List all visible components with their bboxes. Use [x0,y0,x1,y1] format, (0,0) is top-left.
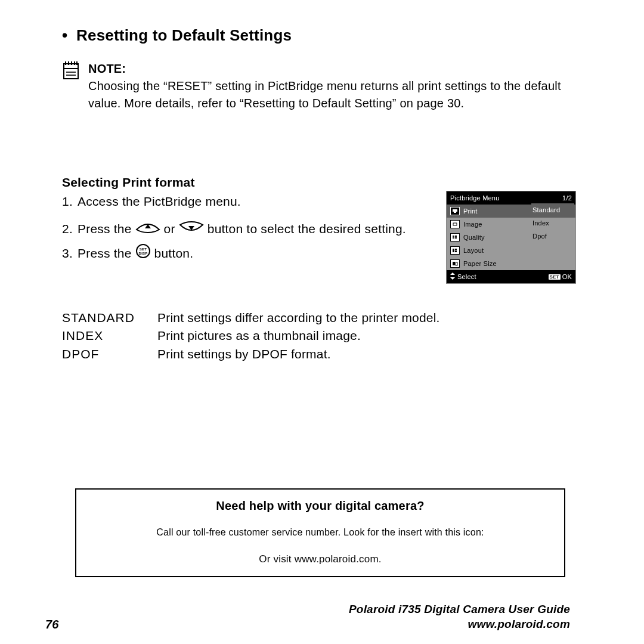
lcd-screenshot: Pictbridge Menu 1/2 Print Image Quality … [446,190,576,284]
lcd-footer-ok: OK [562,273,572,280]
svg-rect-15 [454,212,456,213]
svg-rect-14 [453,209,457,212]
lcd-title: Pictbridge Menu [450,194,500,202]
page-number: 76 [45,618,59,631]
def-val: Print settings by DPOF format. [157,345,576,363]
quality-icon [450,233,460,242]
svg-rect-17 [453,236,454,237]
lcd-item: Layout [463,247,484,254]
svg-rect-23 [455,250,457,252]
svg-point-11 [137,244,150,258]
definitions: STANDARDPrint settings differ according … [62,309,576,363]
notepad-icon [62,60,80,80]
page-footer: 76 Polaroid i735 Digital Camera User Gui… [45,602,570,631]
def-key: STANDARD [62,309,157,327]
updown-icon [450,273,455,281]
lcd-item: Paper Size [463,260,497,267]
lcd-item: Print [463,208,478,215]
image-icon [450,220,460,228]
svg-rect-18 [455,236,457,237]
up-button-icon [135,219,160,239]
set-disp-button-icon: SETDISP [135,243,151,264]
subheading: Selecting Print format [62,175,576,190]
set-badge: SET [549,274,561,280]
help-title: Need help with your digital camera? [85,499,556,513]
help-box: Need help with your digital camera? Call… [75,488,565,577]
svg-text:SET: SET [139,247,146,251]
lcd-option: Standard [531,203,574,216]
svg-rect-16 [453,223,457,225]
print-icon [450,207,460,215]
svg-marker-26 [450,273,455,275]
def-key: DPOF [62,345,157,363]
def-val: Print pictures as a thumbnail image. [157,327,576,345]
heading-text: Resetting to Default Settings [76,26,292,44]
def-key: INDEX [62,327,157,345]
down-button-icon [179,219,204,239]
layout-icon [450,246,460,255]
svg-rect-21 [453,249,454,252]
papersize-icon [450,259,460,268]
note-label: NOTE: [88,62,126,75]
lcd-item: Quality [463,234,485,241]
help-line1: Call our toll-free customer service numb… [85,527,556,538]
svg-rect-25 [456,262,457,265]
svg-rect-22 [455,249,457,250]
lcd-item: Image [463,221,482,228]
lcd-option: Index [531,216,574,230]
def-val: Print settings differ according to the p… [157,309,576,327]
svg-rect-19 [453,237,454,239]
svg-rect-20 [455,237,457,239]
note-text: Choosing the “RESET” setting in PictBrid… [88,79,561,110]
lcd-footer-select: Select [457,273,476,280]
help-line2: Or visit www.polaroid.com. [85,553,556,565]
svg-rect-24 [453,262,455,265]
step-2: Press the or button to select the desire… [76,219,429,239]
svg-text:DISP: DISP [138,252,147,255]
svg-marker-27 [450,277,455,280]
lcd-option: Dpof [531,230,574,243]
steps-list: Access the PictBridge menu. Press the or… [62,190,429,269]
guide-title: Polaroid i735 Digital Camera User Guide [349,602,570,617]
note-block: NOTE: Choosing the “RESET” setting in Pi… [62,60,576,112]
guide-url: www.polaroid.com [349,617,570,632]
svg-rect-0 [64,64,78,79]
step-1: Access the PictBridge menu. [76,192,429,211]
lcd-page-indicator: 1/2 [562,194,572,202]
section-heading: •Resetting to Default Settings [62,26,576,45]
step-3: Press the SETDISP button. [76,244,429,265]
